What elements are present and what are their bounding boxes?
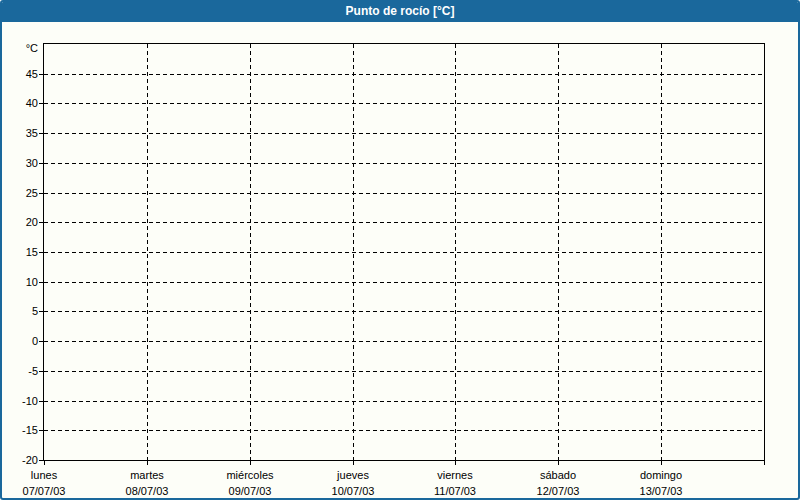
- x-grid-line: [353, 44, 354, 460]
- x-grid-line: [147, 44, 148, 460]
- x-axis-tick: [44, 461, 45, 465]
- y-grid-line: [44, 252, 764, 253]
- y-axis-tick: [39, 222, 43, 223]
- date-label: 08/07/03: [87, 484, 207, 498]
- weekday-label: viernes: [395, 468, 515, 482]
- y-grid-line: [44, 193, 764, 194]
- chart-title: Punto de rocío [°C]: [346, 4, 455, 18]
- chart-title-bar: Punto de rocío [°C]: [0, 0, 800, 22]
- weekday-label: sábado: [498, 468, 618, 482]
- x-axis-tick: [764, 461, 765, 465]
- y-axis-tick: [39, 401, 43, 402]
- y-axis-tick: [39, 252, 43, 253]
- y-tick-label: 20: [2, 215, 38, 229]
- date-label: 09/07/03: [190, 484, 310, 498]
- y-tick-label: 40: [2, 96, 38, 110]
- x-grid-line: [661, 44, 662, 460]
- x-axis-tick: [353, 461, 354, 465]
- x-axis-tick: [250, 461, 251, 465]
- y-tick-label: 15: [2, 245, 38, 259]
- x-grid-line: [250, 44, 251, 460]
- y-tick-label: -20: [2, 453, 38, 467]
- x-axis-tick: [147, 461, 148, 465]
- x-axis-tick: [558, 461, 559, 465]
- y-axis-tick: [39, 133, 43, 134]
- y-grid-line: [44, 341, 764, 342]
- y-axis-tick: [39, 103, 43, 104]
- y-axis-tick: [39, 430, 43, 431]
- weekday-label: miércoles: [190, 468, 310, 482]
- y-tick-label: 30: [2, 156, 38, 170]
- y-tick-label: 25: [2, 186, 38, 200]
- x-axis-tick: [455, 461, 456, 465]
- y-grid-line: [44, 311, 764, 312]
- y-grid-line: [44, 401, 764, 402]
- weekday-label: domingo: [601, 468, 721, 482]
- y-axis-tick: [39, 74, 43, 75]
- x-grid-line: [558, 44, 559, 460]
- date-label: 11/07/03: [395, 484, 515, 498]
- x-axis-tick: [661, 461, 662, 465]
- weekday-label: martes: [87, 468, 207, 482]
- date-label: 12/07/03: [498, 484, 618, 498]
- y-axis-tick: [39, 371, 43, 372]
- y-axis-tick: [39, 282, 43, 283]
- y-axis-tick: [39, 341, 43, 342]
- y-axis-tick: [39, 163, 43, 164]
- y-axis-tick: [39, 311, 43, 312]
- y-grid-line: [44, 222, 764, 223]
- y-grid-line: [44, 163, 764, 164]
- y-tick-label: -15: [2, 423, 38, 437]
- chart-window: Punto de rocío [°C] 454035302520151050-5…: [0, 0, 800, 500]
- y-tick-label: 10: [2, 275, 38, 289]
- y-axis-tick: [39, 193, 43, 194]
- y-tick-label: 45: [2, 67, 38, 81]
- y-tick-label: 0: [2, 334, 38, 348]
- y-tick-label: 35: [2, 126, 38, 140]
- y-tick-label: 5: [2, 304, 38, 318]
- y-tick-label: -10: [2, 394, 38, 408]
- y-axis-tick: [39, 460, 43, 461]
- y-grid-line: [44, 133, 764, 134]
- date-label: 13/07/03: [601, 484, 721, 498]
- y-grid-line: [44, 74, 764, 75]
- y-axis-unit-label: °C: [2, 41, 38, 55]
- x-grid-line: [455, 44, 456, 460]
- y-grid-line: [44, 103, 764, 104]
- y-grid-line: [44, 430, 764, 431]
- y-grid-line: [44, 282, 764, 283]
- y-grid-line: [44, 371, 764, 372]
- y-tick-label: -5: [2, 364, 38, 378]
